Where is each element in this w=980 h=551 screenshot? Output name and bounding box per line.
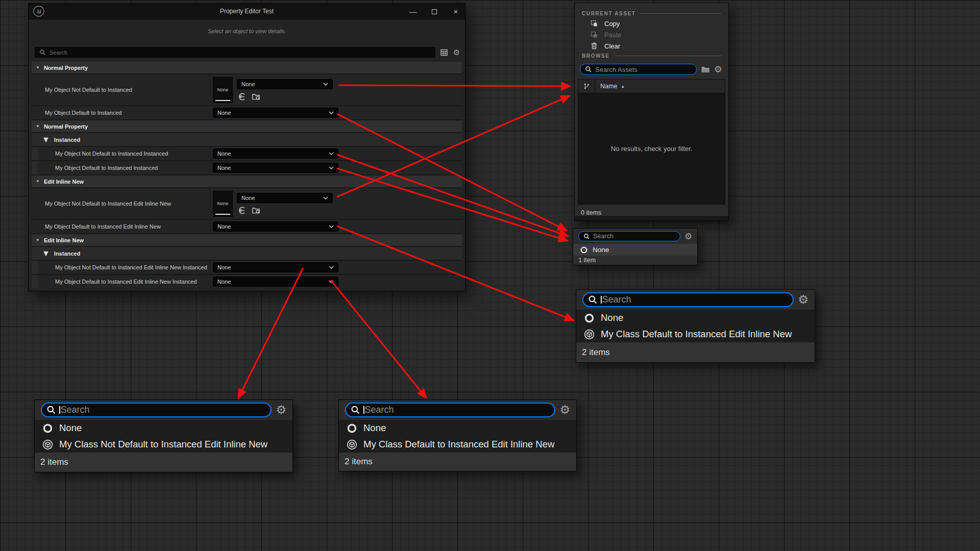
menu-item-copy[interactable]: Copy <box>575 18 728 29</box>
section-divider <box>615 56 721 56</box>
collapse-arrow-icon[interactable]: ▼ <box>42 249 50 258</box>
asset-picker-popup: CURRENT ASSET Copy Paste Clear BROWSE <box>574 3 729 221</box>
class-picker-popup-bottom-mid: ⚙ None My Class Default to Instanced Edi… <box>338 399 577 471</box>
use-selected-asset-icon[interactable] <box>238 92 247 101</box>
subcategory-row[interactable]: ▼ Instanced <box>32 133 462 146</box>
chevron-down-icon <box>329 266 334 269</box>
revision-control-column-icon[interactable] <box>578 80 595 93</box>
property-row: My Object Not Default to Instanced Edit … <box>32 261 462 274</box>
empty-results-message: No results, check your filter. <box>611 145 693 153</box>
collapse-arrow-icon[interactable]: ▼ <box>36 65 40 70</box>
property-label: My Object Default to Instanced Edit Inli… <box>32 220 210 233</box>
class-search-box[interactable] <box>582 292 794 307</box>
search-input[interactable] <box>50 49 431 56</box>
title-bar[interactable]: u Property Editor Test — × <box>29 4 465 19</box>
category-row[interactable]: ▼ Normal Property <box>32 62 462 73</box>
asset-thumbnail[interactable]: None <box>213 191 233 217</box>
property-label: My Object Not Default to Instanced <box>32 74 210 105</box>
subcategory-label: Instanced <box>54 137 80 143</box>
class-item-none[interactable]: None <box>573 244 697 256</box>
sort-ascending-icon: ▲ <box>621 84 625 89</box>
asset-combo-button[interactable]: None <box>237 79 333 89</box>
item-count: 2 items <box>339 453 576 471</box>
asset-thumbnail[interactable]: None <box>213 77 233 103</box>
browse-to-asset-icon[interactable] <box>252 92 260 101</box>
asset-search-input[interactable] <box>595 66 692 73</box>
property-row: My Object Default to Instanced None <box>32 106 462 119</box>
class-item-none[interactable]: None <box>576 310 815 326</box>
class-combo-button[interactable]: None <box>213 148 338 159</box>
chevron-down-icon <box>329 280 334 283</box>
category-row[interactable]: ▼ Edit Inline New <box>32 234 462 246</box>
chevron-down-icon <box>323 196 328 199</box>
class-item-none[interactable]: None <box>35 420 292 436</box>
browse-to-asset-icon[interactable] <box>252 206 260 215</box>
trash-icon <box>590 42 598 50</box>
collapse-arrow-icon[interactable]: ▼ <box>42 135 50 144</box>
class-search-input[interactable] <box>61 405 266 415</box>
class-combo-button[interactable]: None <box>213 221 338 232</box>
class-item[interactable]: My Class Not Default to Instanced Edit I… <box>35 436 292 453</box>
view-options-gear-icon[interactable]: ⚙ <box>452 48 461 57</box>
item-count: 2 items <box>35 453 292 472</box>
class-search-input[interactable] <box>602 294 789 305</box>
asset-search-box[interactable] <box>580 64 697 75</box>
property-row: My Object Default to Instanced Instanced… <box>32 161 462 174</box>
collapse-arrow-icon[interactable]: ▼ <box>36 179 40 184</box>
class-combo-button[interactable]: None <box>213 277 338 287</box>
class-search-box[interactable] <box>41 403 272 417</box>
close-button[interactable]: × <box>452 7 460 16</box>
class-picker-popup-right: ⚙ None My Class Default to Instanced Edi… <box>576 289 815 363</box>
class-item-none[interactable]: None <box>339 420 576 436</box>
details-hint-text: Select an object to view details. <box>29 19 465 42</box>
subcategory-label: Instanced <box>54 251 80 257</box>
property-row: My Object Default to Instanced Edit Inli… <box>32 220 462 233</box>
chevron-down-icon <box>329 152 334 155</box>
class-search-box[interactable] <box>578 231 680 241</box>
text-cursor <box>363 406 364 414</box>
menu-item-clear[interactable]: Clear <box>575 40 728 52</box>
name-column-header[interactable]: Name ▲ <box>595 80 625 93</box>
use-selected-asset-icon[interactable] <box>238 206 247 215</box>
chevron-down-icon <box>329 166 334 169</box>
property-row: My Object Default to Instanced Edit Inli… <box>32 275 462 288</box>
folder-icon[interactable] <box>701 65 710 73</box>
details-search-bar[interactable] <box>35 47 435 58</box>
asset-list-header[interactable]: Name ▲ <box>578 80 725 93</box>
class-item[interactable]: My Class Default to Instanced Edit Inlin… <box>339 436 576 453</box>
class-combo-button[interactable]: None <box>213 262 338 272</box>
class-picker-gear-icon[interactable]: ⚙ <box>559 404 570 416</box>
text-cursor <box>601 296 602 304</box>
text-cursor <box>59 406 60 414</box>
class-search-box[interactable] <box>345 403 555 417</box>
property-label: My Object Default to Instanced Instanced <box>38 161 210 174</box>
subcategory-row[interactable]: ▼ Instanced <box>32 247 462 260</box>
class-picker-gear-icon[interactable]: ⚙ <box>276 404 286 416</box>
class-item[interactable]: My Class Default to Instanced Edit Inlin… <box>576 326 815 342</box>
paste-icon <box>590 31 598 39</box>
browse-section-label: BROWSE <box>582 53 610 59</box>
category-row[interactable]: ▼ Normal Property <box>32 120 462 132</box>
collapse-arrow-icon[interactable]: ▼ <box>36 124 40 129</box>
class-picker-gear-icon[interactable]: ⚙ <box>684 232 692 241</box>
class-combo-button[interactable]: None <box>213 108 338 118</box>
chevron-down-icon <box>329 225 334 228</box>
search-icon <box>351 405 360 415</box>
class-combo-button[interactable]: None <box>213 163 338 173</box>
display-settings-icon[interactable] <box>439 48 448 57</box>
class-picker-gear-icon[interactable]: ⚙ <box>798 294 808 306</box>
property-editor-window: u Property Editor Test — × Select an obj… <box>28 3 465 291</box>
class-search-input[interactable] <box>365 405 550 415</box>
collapse-arrow-icon[interactable]: ▼ <box>36 238 40 242</box>
category-row[interactable]: ▼ Edit Inline New <box>32 176 462 187</box>
asset-combo-button[interactable]: None <box>237 193 333 203</box>
asset-list[interactable]: No results, check your filter. <box>578 93 725 204</box>
popup-bottom-strip <box>575 216 728 220</box>
class-search-input[interactable] <box>593 233 675 240</box>
maximize-button[interactable] <box>430 7 438 16</box>
asset-view-options-gear-icon[interactable]: ⚙ <box>714 65 722 74</box>
chevron-down-icon <box>329 111 334 114</box>
minimize-button[interactable]: — <box>409 7 417 16</box>
menu-item-paste[interactable]: Paste <box>575 29 728 40</box>
property-row: My Object Not Default to Instanced None … <box>32 74 462 105</box>
